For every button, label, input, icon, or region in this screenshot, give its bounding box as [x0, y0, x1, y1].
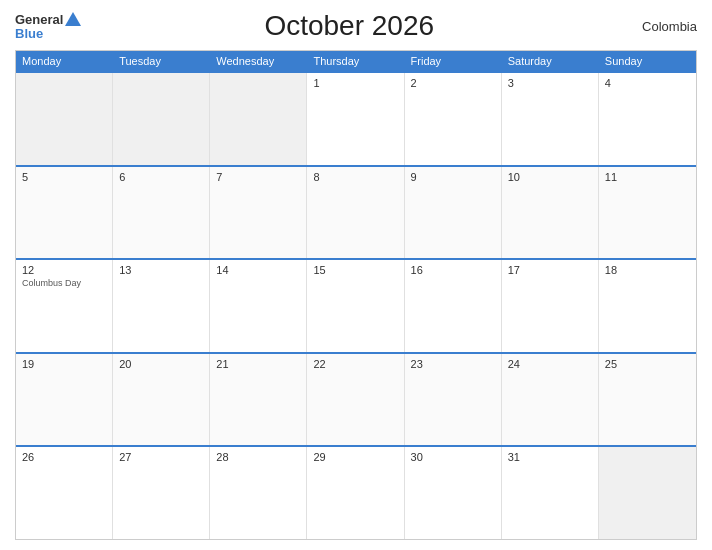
day-cell: 14	[210, 260, 307, 352]
day-cell: 26	[16, 447, 113, 539]
calendar: Monday Tuesday Wednesday Thursday Friday…	[15, 50, 697, 540]
calendar-title: October 2026	[81, 10, 617, 42]
day-cell: 13	[113, 260, 210, 352]
day-cell: 5	[16, 167, 113, 259]
day-cell: 19	[16, 354, 113, 446]
day-cell: 20	[113, 354, 210, 446]
header-sunday: Sunday	[599, 51, 696, 71]
header-saturday: Saturday	[502, 51, 599, 71]
header-tuesday: Tuesday	[113, 51, 210, 71]
week-row: 26 27 28 29 30 31	[16, 445, 696, 539]
day-cell: 15	[307, 260, 404, 352]
day-cell: 23	[405, 354, 502, 446]
day-cell: 30	[405, 447, 502, 539]
day-cell: 8	[307, 167, 404, 259]
header: General Blue October 2026 Colombia	[15, 10, 697, 42]
day-cell: 25	[599, 354, 696, 446]
day-headers-row: Monday Tuesday Wednesday Thursday Friday…	[16, 51, 696, 71]
day-cell	[16, 73, 113, 165]
logo: General Blue	[15, 12, 81, 41]
day-cell: 24	[502, 354, 599, 446]
week-row: 1 2 3 4	[16, 71, 696, 165]
day-cell	[113, 73, 210, 165]
day-cell	[599, 447, 696, 539]
columbus-day-event: Columbus Day	[22, 278, 106, 289]
day-cell: 17	[502, 260, 599, 352]
day-cell: 10	[502, 167, 599, 259]
day-cell: 28	[210, 447, 307, 539]
day-cell: 11	[599, 167, 696, 259]
country-label: Colombia	[617, 19, 697, 34]
logo-blue-text: Blue	[15, 26, 43, 41]
header-thursday: Thursday	[307, 51, 404, 71]
header-friday: Friday	[405, 51, 502, 71]
day-cell: 29	[307, 447, 404, 539]
header-wednesday: Wednesday	[210, 51, 307, 71]
day-cell: 2	[405, 73, 502, 165]
day-cell: 27	[113, 447, 210, 539]
week-row: 12 Columbus Day 13 14 15 16 17 18	[16, 258, 696, 352]
day-cell: 21	[210, 354, 307, 446]
day-cell: 1	[307, 73, 404, 165]
day-cell: 7	[210, 167, 307, 259]
day-cell: 6	[113, 167, 210, 259]
week-row: 5 6 7 8 9 10 11	[16, 165, 696, 259]
day-cell: 3	[502, 73, 599, 165]
day-cell: 31	[502, 447, 599, 539]
day-cell: 4	[599, 73, 696, 165]
page: General Blue October 2026 Colombia Monda…	[0, 0, 712, 550]
day-cell: 18	[599, 260, 696, 352]
day-cell	[210, 73, 307, 165]
header-monday: Monday	[16, 51, 113, 71]
weeks: 1 2 3 4 5 6 7 8 9 10 11 12 Columbus Day	[16, 71, 696, 539]
day-cell: 22	[307, 354, 404, 446]
day-cell: 9	[405, 167, 502, 259]
day-cell-columbus: 12 Columbus Day	[16, 260, 113, 352]
logo-triangle-icon	[65, 12, 81, 26]
week-row: 19 20 21 22 23 24 25	[16, 352, 696, 446]
day-cell: 16	[405, 260, 502, 352]
